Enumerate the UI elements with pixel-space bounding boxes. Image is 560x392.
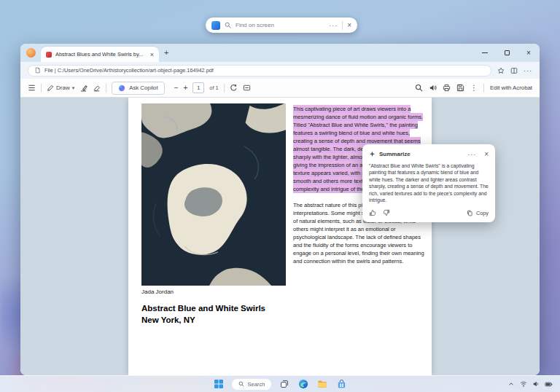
profile-avatar[interactable] [26, 48, 36, 58]
summary-text: "Abstract Blue and White Swirls" is a ca… [369, 162, 489, 203]
pen-icon [47, 85, 54, 92]
tab-close-icon[interactable]: × [150, 51, 154, 58]
more-options-vertical-icon[interactable]: ⋮ [470, 85, 478, 92]
screen-capture-app-icon [211, 21, 220, 30]
desktop: Find on screen ··· × Abstract Blues and … [0, 0, 560, 392]
find-on-screen-bar[interactable]: Find on screen ··· × [206, 17, 357, 33]
wifi-icon[interactable] [520, 380, 527, 388]
draw-tool-button[interactable]: Draw ▾ [47, 85, 74, 92]
search-document-icon[interactable] [415, 84, 423, 92]
address-bar: File | C:/Users/OneDrive/Arthistorycolle… [20, 62, 540, 79]
find-on-screen-placeholder[interactable]: Find on screen [236, 22, 324, 28]
title-bar[interactable]: Abstract Blues and White Swirls by... × … [20, 44, 540, 62]
thumbs-up-icon[interactable] [369, 209, 376, 216]
popup-close-icon[interactable]: × [484, 150, 489, 158]
artist-name: Jada Jordan [141, 289, 174, 295]
eraser-icon[interactable] [93, 84, 101, 92]
artwork-title: Abstract Blue and White Swirls [141, 304, 265, 313]
close-icon[interactable]: × [347, 21, 351, 29]
file-explorer-icon[interactable] [316, 377, 329, 391]
zoom-in-button[interactable]: + [183, 85, 187, 92]
thumbs-down-icon[interactable] [383, 209, 390, 216]
taskbar: Search [0, 375, 560, 392]
artwork-location: New York, NY [141, 315, 195, 324]
start-button[interactable] [212, 377, 225, 391]
divider [41, 84, 42, 93]
sparkle-icon [369, 151, 376, 157]
copy-icon [467, 210, 473, 216]
system-tray [508, 380, 553, 388]
browser-window: Abstract Blues and White Swirls by... × … [20, 44, 540, 375]
pdf-page: This captivating piece of art draws view… [128, 98, 432, 375]
pdf-viewport[interactable]: This captivating piece of art draws view… [20, 98, 540, 375]
divider [224, 84, 225, 93]
artwork-image [141, 103, 286, 286]
popup-footer: Copy [369, 209, 489, 216]
search-icon [225, 22, 231, 28]
tab-title: Abstract Blues and White Swirls by... [55, 51, 147, 58]
print-icon[interactable] [443, 84, 451, 92]
pdf-favicon [46, 52, 52, 58]
popup-header: Summarize ··· × [369, 150, 489, 158]
task-view-icon[interactable] [278, 377, 291, 391]
fit-to-page-icon[interactable] [243, 84, 251, 92]
page-number-input[interactable]: 1 [192, 82, 204, 93]
new-tab-button[interactable]: + [164, 49, 168, 57]
taskbar-search[interactable]: Search [231, 378, 273, 391]
ask-copilot-button[interactable]: Ask Copilot [112, 82, 164, 95]
pdf-toolbar: Draw ▾ Ask Copilot − + 1 of 1 [20, 79, 540, 98]
browser-tab[interactable]: Abstract Blues and White Swirls by... × [41, 47, 159, 62]
divider [342, 21, 343, 30]
browser-menu-icon[interactable]: ··· [524, 67, 532, 74]
copilot-icon [118, 85, 125, 92]
save-icon[interactable] [456, 84, 464, 92]
volume-icon[interactable] [532, 380, 540, 388]
document-icon [34, 67, 41, 74]
divider [106, 84, 106, 93]
url-field[interactable]: File | C:/Users/OneDrive/Arthistorycolle… [28, 65, 491, 77]
rotate-icon[interactable] [230, 84, 238, 92]
battery-icon[interactable] [545, 380, 553, 388]
taskbar-center-group: Search [212, 377, 349, 391]
toolbar-right-group: ⋮ Edit with Acrobat [415, 84, 532, 93]
search-icon [238, 381, 244, 387]
edit-with-acrobat-button[interactable]: Edit with Acrobat [490, 85, 532, 91]
popup-more-icon[interactable]: ··· [467, 151, 476, 158]
copy-label: Copy [476, 210, 489, 216]
edge-icon[interactable] [297, 377, 310, 391]
read-aloud-icon[interactable] [429, 84, 437, 92]
hidden-icons-chevron[interactable] [508, 380, 515, 388]
close-window-button[interactable]: × [518, 44, 540, 62]
chevron-down-icon: ▾ [72, 85, 75, 91]
highlighter-icon[interactable] [79, 84, 88, 92]
favorites-star-icon[interactable] [497, 67, 505, 74]
minimize-button[interactable] [474, 44, 496, 62]
copy-button[interactable]: Copy [467, 210, 489, 216]
url-text: File | C:/Users/OneDrive/Arthistorycolle… [44, 67, 214, 74]
zoom-out-button[interactable]: − [174, 85, 179, 92]
maximize-button[interactable] [496, 44, 518, 62]
popup-title: Summarize [379, 151, 411, 157]
ask-copilot-label: Ask Copilot [129, 85, 158, 91]
page-total-label: of 1 [209, 85, 218, 91]
divider [483, 84, 484, 93]
store-icon[interactable] [335, 377, 348, 391]
window-controls: × [474, 44, 540, 62]
table-of-contents-icon[interactable] [28, 84, 36, 92]
more-options-icon[interactable]: ··· [329, 22, 338, 29]
summarize-popup: Summarize ··· × "Abstract Blue and White… [362, 144, 495, 222]
taskbar-search-label: Search [248, 381, 265, 388]
split-screen-icon[interactable] [510, 67, 518, 74]
draw-label: Draw [56, 85, 70, 91]
